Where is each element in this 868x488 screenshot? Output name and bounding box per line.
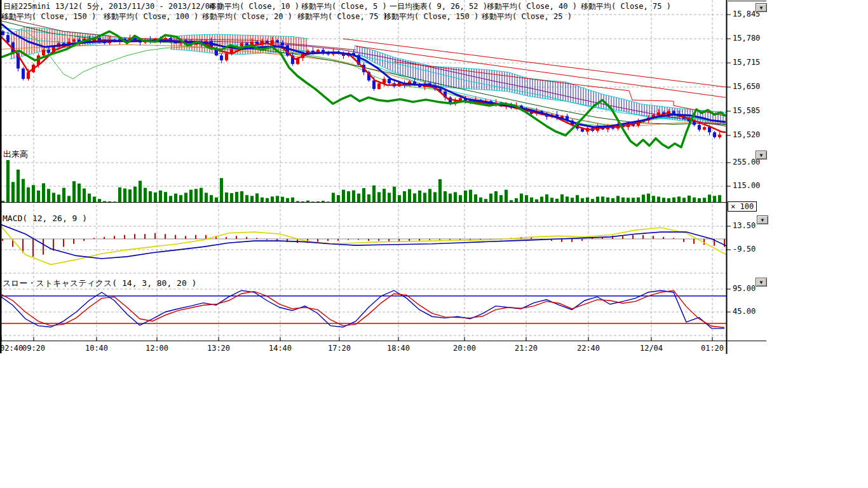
time-axis-label: 10:40 — [85, 344, 108, 353]
time-axis-label: 09:20 — [22, 344, 45, 353]
macd-panel-label: MACD( 12, 26, 9 ) — [3, 214, 87, 223]
time-axis-label: 12:00 — [146, 344, 168, 353]
stochastics-panel-dropdown-button[interactable]: ▼ — [756, 278, 767, 287]
macd-panel[interactable] — [0, 224, 726, 265]
volume-panel-dropdown-button[interactable]: ▼ — [756, 151, 767, 159]
stochastics-panel[interactable] — [0, 290, 726, 329]
stochastics-panel-label: スロー・ストキャスティクス( 14, 3, 80, 20 ) — [3, 279, 196, 288]
price-axis-label: 15,520 — [733, 131, 760, 139]
chart-window: 日経225mini 13/12( 5分, 2013/11/30 - 2013/1… — [0, 0, 868, 488]
time-axis-label: 13:20 — [207, 344, 230, 353]
time-axis-label: 17:20 — [328, 344, 351, 353]
macd-axis-label: 13.50 — [733, 222, 756, 230]
stoch-axis-label: 45.00 — [733, 308, 756, 316]
legend-item: 移動平均( Close, 40 ) — [487, 3, 577, 11]
legend-item: 移動平均( Close, 150 ) — [1, 13, 96, 21]
time-axis-label: 20:00 — [453, 344, 476, 353]
price-panel[interactable] — [1, 17, 726, 148]
price-axis-label: 15,780 — [733, 34, 760, 43]
chart-canvas[interactable] — [0, 0, 868, 488]
legend-item: 移動平均( Close, 10 ) — [209, 3, 299, 11]
legend-item: 移動平均( Close, 5 ) — [301, 3, 387, 11]
legend-item: 一目均衡表( 9, 26, 52 ) — [390, 3, 487, 11]
time-axis-label: 02:40 — [0, 344, 23, 353]
time-axis-label: 18:40 — [387, 344, 410, 353]
macd-panel-dropdown-button[interactable]: ▼ — [757, 215, 768, 224]
legend-item: 移動平均( Close, 75 ) — [297, 13, 388, 21]
legend-item: 移動平均( Close, 75 ) — [581, 3, 671, 11]
macd-axis-label: -9.50 — [733, 245, 756, 254]
volume-panel-label: 出来高 — [3, 150, 28, 159]
volume-axis-label: 115.00 — [733, 182, 760, 190]
time-axis-label: 22:40 — [577, 344, 600, 353]
price-axis-label: 15,650 — [733, 83, 760, 91]
stoch-axis-label: 95.00 — [733, 285, 756, 293]
legend-item: 日経225mini 13/12( 5分, 2013/11/30 - 2013/1… — [3, 3, 224, 11]
time-axis-label: 14:40 — [269, 344, 292, 353]
volume-multiplier-badge: × 100 — [728, 201, 757, 212]
time-axis-label: 21:20 — [515, 344, 538, 353]
price-axis-label: 15,715 — [733, 58, 760, 67]
volume-panel[interactable] — [0, 160, 726, 203]
legend-item: 移動平均( Close, 25 ) — [482, 13, 572, 21]
time-axis-label: 12/04 — [640, 344, 663, 353]
price-panel-dropdown-button[interactable]: ▼ — [756, 3, 767, 12]
legend-item: 移動平均( Close, 20 ) — [202, 13, 292, 21]
legend-item: 移動平均( Close, 100 ) — [104, 13, 198, 21]
price-axis-label: 15,585 — [733, 107, 760, 115]
legend-item: 移動平均( Close, 150 ) — [384, 13, 478, 21]
time-axis-label: 01:20 — [701, 344, 724, 353]
